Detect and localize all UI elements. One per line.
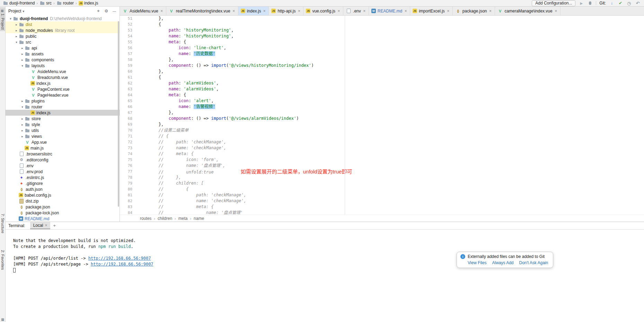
editor-tab[interactable]: JSimportExcel.js <box>410 7 453 15</box>
chevron-right-icon[interactable]: ▸ <box>20 52 25 56</box>
tab-close-icon[interactable] <box>554 9 558 14</box>
breadcrumb-item[interactable]: router <box>56 0 74 6</box>
tree-item[interactable]: .browserslistrc <box>6 151 120 157</box>
editor-tab[interactable]: MREADME.md <box>369 7 410 15</box>
tree-item[interactable]: .env.prod <box>6 169 120 175</box>
terminal-link[interactable]: http://192.168.66.56:9007 <box>91 262 153 267</box>
code-line[interactable]: 62 path: 'alarmVideos', <box>120 80 644 86</box>
code-line[interactable]: 77 // unfold:true如需设置展开的二级菜单，unfold设置为tr… <box>120 169 644 175</box>
code-line[interactable]: 75 // icon: 'form', <box>120 157 644 163</box>
tab-close-icon[interactable] <box>160 9 164 14</box>
tab-close-icon[interactable] <box>489 9 492 14</box>
tree-item[interactable]: ▾duoji-frontendD:\zheheWeb\duoji-fronten… <box>6 16 120 21</box>
debug-icon[interactable] <box>587 0 593 6</box>
editor-tab[interactable]: VrealTimeMonitoring\index.vue <box>166 7 238 15</box>
code-line[interactable]: 52 { <box>120 21 644 27</box>
tree-item[interactable]: VPageContent.vue <box>6 86 120 92</box>
chevron-down-icon[interactable]: ▾ <box>14 41 19 44</box>
editor-tab[interactable]: VcameraManage\index.vue <box>495 7 561 15</box>
code-line[interactable]: 72 // path: 'checkManage', <box>120 139 644 145</box>
code-line[interactable]: 64 meta: { <box>120 92 644 98</box>
hide-panel-icon[interactable] <box>112 9 117 14</box>
code-line[interactable]: 59 component: () => import('@/views/hist… <box>120 63 644 69</box>
code-line[interactable]: 68 component: () => import('@/views/alar… <box>120 116 644 122</box>
tree-item[interactable]: ▸dist <box>6 21 120 27</box>
tree-item[interactable]: JSindex.js <box>6 80 120 86</box>
tree-item[interactable]: ▸style <box>6 122 120 127</box>
tree-item[interactable]: dist.zip <box>6 198 120 204</box>
code-line[interactable]: 65 icon: 'alert', <box>120 98 644 104</box>
new-terminal-tab-icon[interactable] <box>53 223 56 228</box>
tab-close-icon[interactable] <box>263 9 266 14</box>
tree-item[interactable]: ▸components <box>6 57 120 63</box>
chevron-right-icon[interactable]: ▸ <box>14 23 19 26</box>
editor-tab[interactable]: JSvue.config.js <box>303 7 343 15</box>
code-line[interactable]: 57 name: '历史数据' <box>120 51 644 57</box>
tool-window-button-project[interactable]: 1: Project <box>0 7 6 31</box>
chevron-right-icon[interactable]: ▸ <box>14 29 19 32</box>
code-line[interactable]: 60 }, <box>120 69 644 74</box>
chevron-down-icon[interactable]: ▾ <box>8 17 13 20</box>
history-icon[interactable] <box>626 0 632 6</box>
locate-file-icon[interactable] <box>96 8 101 14</box>
tree-item[interactable]: ⚙.editorconfig <box>6 157 120 163</box>
editor-tab[interactable]: {}package.json <box>453 7 495 15</box>
code-editor[interactable]: 51 },52 {53 path: 'historyMonitoring',54… <box>120 16 644 215</box>
notification-action-link[interactable]: Don't Ask Again <box>519 260 548 265</box>
add-configuration-button[interactable]: Add Configuration... <box>532 0 575 6</box>
tree-item[interactable]: {}auth.json <box>6 186 120 192</box>
code-line[interactable]: 74 // meta: { <box>120 151 644 157</box>
chevron-right-icon[interactable]: ▸ <box>20 129 25 132</box>
chevron-right-icon[interactable]: ▸ <box>20 117 25 120</box>
chevron-down-icon[interactable] <box>23 9 24 14</box>
tree-item[interactable]: ▾layouts <box>6 63 120 69</box>
code-line[interactable]: 66 name: '告警视频' <box>120 104 644 110</box>
notification-action-link[interactable]: Always Add <box>492 260 513 265</box>
tree-item[interactable]: ◆.eslintrc.js <box>6 175 120 180</box>
chevron-right-icon[interactable]: ▸ <box>20 135 25 138</box>
tree-item[interactable]: ▸assets <box>6 51 120 57</box>
run-icon[interactable] <box>579 0 584 6</box>
code-line[interactable]: 76 // name: '盘点管理', <box>120 163 644 169</box>
tree-item[interactable]: ▾src <box>6 39 120 45</box>
tree-item[interactable]: ▸plugins <box>6 98 120 104</box>
editor-tab[interactable]: JShttp-api.js <box>269 7 303 15</box>
chevron-down-icon[interactable]: ▾ <box>20 105 25 109</box>
tab-close-icon[interactable] <box>404 9 407 14</box>
tree-item[interactable]: VApp.vue <box>6 139 120 145</box>
tree-item[interactable]: ▸store <box>6 116 120 122</box>
tree-item[interactable]: ▸public <box>6 33 120 39</box>
tree-item[interactable]: JSindex.js <box>6 110 120 116</box>
tree-item[interactable]: JSbabel.config.js <box>6 192 120 198</box>
project-scrollbar[interactable] <box>118 21 119 207</box>
breadcrumb-item[interactable]: JSindex.js <box>78 0 99 6</box>
chevron-right-icon[interactable]: ▸ <box>20 99 25 103</box>
gear-icon[interactable] <box>104 9 109 14</box>
code-line[interactable]: 67 }, <box>120 110 644 116</box>
project-panel-title[interactable]: Project <box>8 9 21 14</box>
tool-window-button-favorites[interactable]: 2: Favorites <box>0 248 6 271</box>
code-line[interactable]: 71 // { <box>120 133 644 139</box>
tab-close-icon[interactable] <box>337 9 341 14</box>
tree-item[interactable]: {}package.json <box>6 204 120 210</box>
chevron-right-icon[interactable]: ▸ <box>20 123 25 126</box>
tree-item[interactable]: VPageHeader.vue <box>6 92 120 98</box>
notification-action-link[interactable]: View Files <box>468 260 486 265</box>
chevron-down-icon[interactable]: ▾ <box>20 64 25 68</box>
tab-close-icon[interactable] <box>447 9 450 14</box>
code-line[interactable]: 84 // name: '盘点管理' <box>120 210 644 215</box>
code-line[interactable]: 51 }, <box>120 16 644 21</box>
editor-tab[interactable]: .env <box>343 7 369 15</box>
code-line[interactable]: 82 // name: 'checkManage', <box>120 198 644 204</box>
chevron-right-icon[interactable]: ▸ <box>20 46 25 50</box>
tree-item[interactable]: ▾router <box>6 104 120 110</box>
terminal-tab-local[interactable]: Local <box>30 222 51 229</box>
tree-item[interactable]: ▸views <box>6 133 120 139</box>
code-line[interactable]: 79 // children: [ <box>120 180 644 186</box>
tree-item[interactable]: MREADME.md <box>6 216 120 222</box>
code-line[interactable]: 61 { <box>120 74 644 80</box>
tree-item[interactable]: ◆.gitignore <box>6 180 120 186</box>
terminal-link[interactable]: http://192.168.66.56:9007 <box>88 256 151 261</box>
chevron-right-icon[interactable]: ▸ <box>14 35 19 38</box>
editor-breadcrumb-item[interactable]: name <box>194 216 204 221</box>
